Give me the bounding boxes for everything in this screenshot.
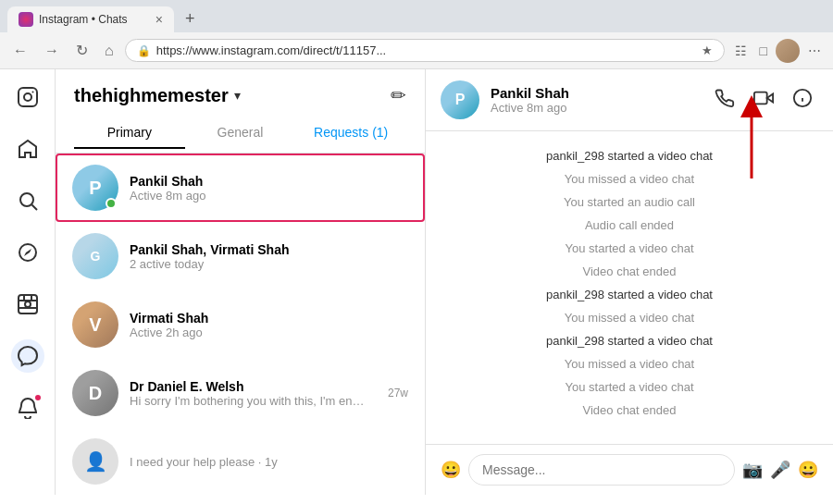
chat-header-info: Pankil Shah Active 8m ago (491, 85, 698, 115)
svg-rect-0 (19, 88, 37, 106)
chat-item-daniel[interactable]: D Dr Daniel E. Welsh Hi sorry I'm bother… (56, 359, 425, 427)
chat-header: P Pankil Shah Active 8m ago (426, 69, 833, 131)
avatar-wrap-daniel: D (72, 370, 118, 416)
sidebar-item-home[interactable] (11, 132, 44, 166)
edit-icon[interactable]: ✏ (391, 84, 406, 106)
bookmark-icon[interactable]: ★ (702, 43, 713, 57)
chat-input-area: 😀 📷 🎤 😀 (426, 444, 833, 495)
tab-favicon (19, 12, 33, 27)
chat-name-daniel: Dr Daniel E. Welsh (130, 379, 377, 394)
tab-primary[interactable]: Primary (74, 117, 185, 149)
message-line: Video chat ended (568, 262, 691, 281)
mic-button[interactable]: 🎤 (770, 460, 790, 480)
svg-point-1 (24, 93, 31, 101)
browser-tabs-bar: Instagram • Chats × + (0, 0, 833, 32)
chat-name-pankil: Pankil Shah (130, 174, 408, 189)
chat-item-group[interactable]: G Pankil Shah, Virmati Shah 2 active tod… (56, 222, 425, 290)
sidebar-item-search[interactable] (11, 184, 44, 217)
extensions-button[interactable]: ☷ (730, 40, 752, 62)
chat-sub-daniel: Hi sorry I'm bothering you with this, I'… (130, 394, 377, 408)
tab-close-button[interactable]: × (155, 12, 163, 27)
username-area[interactable]: thehighmemester ▾ (74, 85, 241, 106)
chat-sub-group: 2 active today (130, 257, 408, 271)
sidebar-item-messenger[interactable] (11, 339, 44, 373)
tab-groups-button[interactable]: □ (755, 40, 772, 62)
icon-sidebar (0, 69, 56, 495)
avatar-wrap-virmati: V (72, 301, 118, 348)
audio-call-button[interactable] (709, 82, 740, 118)
avatar-group: G (72, 233, 118, 279)
svg-point-2 (31, 92, 33, 93)
chat-tabs: Primary General Requests (1) (56, 114, 425, 154)
image-button[interactable]: 📷 (742, 460, 763, 480)
chat-sub-pankil: Active 8m ago (130, 189, 408, 203)
chat-list-scroll[interactable]: P Pankil Shah Active 8m ago G (56, 154, 425, 495)
reload-button[interactable]: ↻ (70, 38, 93, 63)
emoji-button[interactable]: 😀 (441, 460, 461, 480)
chat-info-daniel: Dr Daniel E. Welsh Hi sorry I'm botherin… (130, 379, 377, 408)
chat-name-group: Pankil Shah, Virmati Shah (130, 242, 408, 257)
tab-label: Instagram • Chats (39, 13, 128, 26)
chat-item-unknown[interactable]: 👤 I need your help please · 1y (56, 427, 425, 495)
profile-avatar[interactable] (776, 39, 800, 63)
sticker-button[interactable]: 😀 (798, 460, 818, 480)
avatar-virmati: V (72, 301, 118, 348)
message-line: You started an audio call (549, 192, 710, 212)
chat-header-actions (709, 82, 818, 118)
back-button[interactable]: ← (7, 39, 33, 63)
chat-list-panel: thehighmemester ▾ ✏ Primary General Requ… (56, 69, 426, 495)
notification-badge (33, 393, 43, 402)
message-line: You missed a video chat (550, 308, 709, 327)
message-line: Video chat ended (568, 400, 691, 420)
avatar-wrap-unknown: 👤 (72, 438, 118, 485)
tab-requests[interactable]: Requests (1) (295, 117, 406, 149)
browser-nav-bar: ← → ↻ ⌂ 🔒 https://www.instagram.com/dire… (0, 32, 833, 68)
browser-chrome: Instagram • Chats × + ← → ↻ ⌂ 🔒 https://… (0, 0, 833, 69)
message-line: You started a video chat (550, 239, 708, 258)
message-line: pankil_298 started a video chat (531, 331, 727, 350)
chat-sub-unknown: I need your help please · 1y (130, 455, 408, 469)
svg-point-8 (25, 301, 31, 307)
avatar-wrap-group: G (72, 233, 118, 279)
app-container: thehighmemester ▾ ✏ Primary General Requ… (0, 69, 833, 495)
message-input[interactable] (468, 454, 735, 486)
tab-general[interactable]: General (185, 117, 296, 149)
message-line: Audio call ended (570, 215, 689, 235)
browser-nav-actions: ☷ □ ⋯ (730, 39, 826, 63)
avatar-daniel: D (72, 370, 118, 416)
chat-info-group: Pankil Shah, Virmati Shah 2 active today (130, 242, 408, 271)
chat-header-name: Pankil Shah (491, 85, 698, 101)
active-tab[interactable]: Instagram • Chats × (7, 6, 174, 32)
active-indicator-pankil (106, 198, 117, 209)
chat-list-header: thehighmemester ▾ ✏ (56, 69, 425, 114)
avatar-wrap-pankil: P (72, 165, 118, 211)
address-bar[interactable]: 🔒 https://www.instagram.com/direct/t/111… (125, 39, 725, 62)
video-call-button[interactable] (748, 82, 779, 118)
chat-panel: P Pankil Shah Active 8m ago (426, 69, 833, 495)
address-text: https://www.instagram.com/direct/t/11157… (156, 43, 696, 57)
svg-point-3 (20, 193, 33, 206)
chat-item-pankil[interactable]: P Pankil Shah Active 8m ago (56, 154, 425, 222)
message-line: You started a video chat (550, 377, 708, 397)
message-line: pankil_298 started a video chat (531, 285, 727, 304)
new-tab-button[interactable]: + (178, 6, 203, 32)
chat-meta-daniel: 27w (388, 387, 408, 400)
chat-item-virmati[interactable]: V Virmati Shah Active 2h ago (56, 290, 425, 359)
chat-header-status: Active 8m ago (491, 101, 698, 115)
sidebar-item-instagram (11, 80, 44, 114)
sidebar-item-explore[interactable] (11, 236, 44, 269)
chat-info-pankil: Pankil Shah Active 8m ago (130, 174, 408, 203)
sidebar-item-notifications[interactable] (11, 391, 44, 424)
message-line: You missed a video chat (550, 169, 709, 189)
home-button[interactable]: ⌂ (99, 39, 119, 63)
message-line: You missed a video chat (550, 354, 709, 374)
chat-header-avatar: P (441, 80, 479, 119)
chat-info-virmati: Virmati Shah Active 2h ago (130, 311, 408, 339)
more-options-button[interactable]: ⋯ (803, 40, 826, 62)
forward-button[interactable]: → (39, 39, 65, 63)
chat-name-virmati: Virmati Shah (130, 311, 408, 326)
info-button[interactable] (787, 82, 818, 118)
sidebar-item-reels[interactable] (11, 288, 44, 321)
svg-rect-7 (19, 295, 37, 313)
svg-rect-14 (754, 92, 767, 104)
